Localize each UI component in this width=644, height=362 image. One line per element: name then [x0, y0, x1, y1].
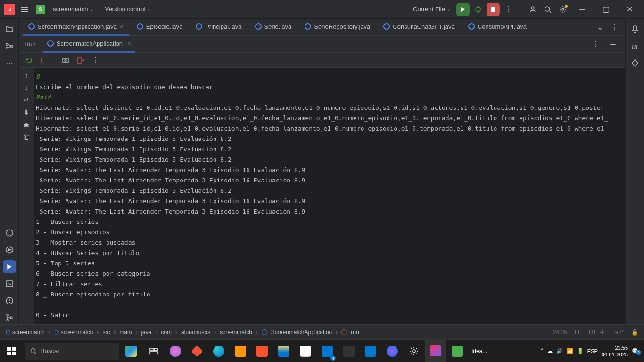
battery-icon[interactable]: 🔋 [577, 348, 584, 354]
breadcrumb-item[interactable]: aluracrusos [181, 329, 210, 336]
toolbar-more-icon[interactable]: ⋮ [91, 56, 100, 65]
minimize-button[interactable]: ─ [571, 0, 593, 19]
search-icon[interactable] [541, 3, 554, 16]
file-tab[interactable]: Serie.java [249, 19, 297, 36]
git-tool-icon[interactable] [3, 311, 16, 324]
notifications-icon[interactable] [628, 23, 642, 36]
task-view-icon[interactable] [143, 340, 164, 362]
breadcrumb-item[interactable]: screenmatch [61, 329, 93, 336]
terminal-tool-icon[interactable] [3, 277, 16, 290]
exit-icon[interactable] [76, 56, 85, 65]
line-separator[interactable]: LF [575, 329, 581, 336]
java-class-icon [383, 23, 390, 30]
clear-icon[interactable]: 🗑 [23, 133, 30, 140]
code-with-me-icon[interactable] [526, 3, 539, 16]
intellij-logo[interactable]: IJ [4, 4, 15, 15]
structure-tool-icon[interactable] [3, 40, 16, 53]
debug-button[interactable] [471, 3, 485, 16]
taskbar-search[interactable]: Buscar [25, 343, 119, 360]
file-tab[interactable]: ConsumoAPI.java [462, 19, 532, 36]
cursor-position[interactable]: 24:35 [553, 329, 567, 336]
services-tool-icon[interactable] [3, 243, 16, 256]
notifications-tray-icon[interactable]: 💬2 [632, 348, 638, 354]
file-tab[interactable]: Principal.java [190, 19, 247, 36]
close-icon[interactable]: × [120, 23, 124, 30]
tab-dropdown-icon[interactable]: ⌄ [593, 21, 606, 34]
clock[interactable]: 21:55 04-01-2025 [602, 345, 628, 358]
indent-style[interactable]: Tab* [612, 329, 624, 336]
file-tabs: ScreenmatchApplication.java × Episodio.j… [19, 19, 625, 36]
problems-tool-icon[interactable] [3, 294, 16, 307]
soft-wrap-icon[interactable]: ↵ [24, 96, 29, 104]
file-tab[interactable]: ScreenmatchApplication.java × [23, 19, 129, 36]
edge-icon[interactable] [208, 340, 229, 362]
project-badge[interactable]: S [36, 5, 45, 14]
console-output[interactable]: 8 Escribe el nombre del espisodio que de… [34, 68, 625, 324]
file-tab[interactable]: SerieRepository.java [299, 19, 376, 36]
breadcrumb-item[interactable]: screenmatch [220, 329, 252, 336]
wifi-icon[interactable]: 📶 [567, 348, 573, 354]
run-config-tab[interactable]: ScreenmatchApplication × [43, 36, 135, 53]
brave-icon[interactable] [252, 340, 272, 362]
print-icon[interactable]: 🖶 [23, 121, 30, 128]
screenshot-icon[interactable] [61, 56, 70, 65]
build-tool-icon[interactable] [3, 226, 16, 239]
xbox-icon[interactable] [339, 340, 359, 362]
intellij-app-icon[interactable] [425, 340, 446, 362]
mail-icon[interactable]: 4 [317, 340, 338, 362]
cortana-icon[interactable] [382, 340, 403, 362]
idea-text-icon[interactable]: Idea... [469, 340, 490, 362]
close-button[interactable]: ✕ [619, 0, 640, 19]
breadcrumb-item[interactable]: run [351, 329, 359, 336]
volume-icon[interactable]: 🔊 [556, 348, 563, 354]
tab-more-icon[interactable]: ⋮ [608, 21, 621, 34]
run-config-selector[interactable]: Current File ⌄ [409, 4, 454, 15]
rerun-icon[interactable] [25, 56, 34, 65]
stop-button[interactable] [487, 3, 500, 16]
breadcrumb-item[interactable]: src [102, 329, 110, 336]
readonly-lock-icon[interactable]: 🔒 [631, 329, 638, 336]
run-tool-icon[interactable] [3, 260, 16, 273]
stop-icon[interactable] [40, 56, 49, 65]
scroll-up-icon[interactable]: ↑ [25, 72, 28, 79]
scroll-to-end-icon[interactable]: ⬇ [24, 108, 29, 116]
more-actions-icon[interactable]: ⋮ [502, 3, 515, 16]
tray-overflow-icon[interactable]: ˄ [541, 348, 544, 354]
scroll-down-icon[interactable]: ↓ [25, 84, 28, 91]
console-line: 2 - Buscar episodios [36, 229, 110, 236]
settings-app-icon[interactable] [404, 340, 424, 362]
onedrive-icon[interactable]: ☁ [547, 348, 553, 354]
svg-rect-25 [63, 58, 68, 63]
git-icon[interactable] [187, 340, 207, 362]
more-tool-icon[interactable]: ⋯ [3, 57, 16, 70]
project-tool-icon[interactable] [3, 23, 16, 36]
taskbar-widget[interactable] [121, 340, 141, 362]
start-button[interactable] [0, 340, 23, 362]
vscode-icon[interactable] [360, 340, 381, 362]
maven-icon[interactable]: m [628, 40, 642, 53]
project-selector[interactable]: screenmatch ⌄ [49, 4, 97, 15]
database-icon[interactable] [628, 57, 642, 70]
settings-icon[interactable] [556, 3, 570, 16]
hide-tool-icon[interactable]: ─ [606, 38, 619, 51]
close-icon[interactable]: × [127, 40, 131, 47]
sublime-icon[interactable] [230, 340, 251, 362]
breadcrumb-item[interactable]: main [119, 329, 132, 336]
store-icon[interactable] [295, 340, 316, 362]
main-menu-icon[interactable] [19, 5, 30, 14]
language-indicator[interactable]: ESP [587, 348, 598, 354]
maximize-button[interactable]: ▢ [595, 0, 617, 19]
tool-more-icon[interactable]: ⋮ [589, 38, 603, 51]
breadcrumb-item[interactable]: ScreenmatchApplication [271, 329, 332, 336]
copilot-icon[interactable] [165, 340, 186, 362]
file-encoding[interactable]: UTF-8 [589, 329, 605, 336]
breadcrumb-item[interactable]: java [141, 329, 151, 336]
breadcrumb-item[interactable]: com [161, 329, 172, 336]
download-icon[interactable] [447, 340, 468, 362]
explorer-icon[interactable] [273, 340, 294, 362]
breadcrumb-item[interactable]: screenmatch [12, 329, 45, 336]
vcs-menu[interactable]: Version control ⌄ [101, 4, 155, 15]
file-tab[interactable]: ConsultaChatGPT.java [378, 19, 461, 36]
run-button[interactable] [456, 3, 470, 16]
file-tab[interactable]: Episodio.java [131, 19, 188, 36]
